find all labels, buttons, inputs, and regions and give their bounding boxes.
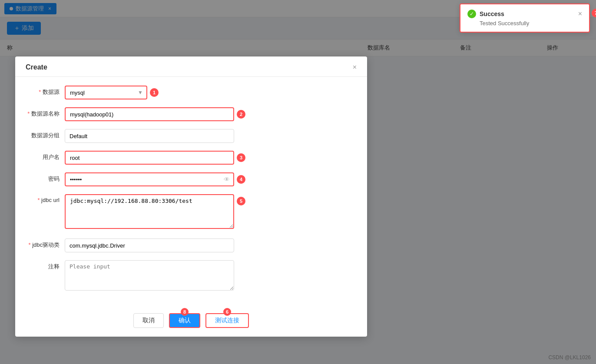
create-modal: Create × 数据源 mysql ▼ 1 数据源名称 2	[15, 56, 367, 337]
datasource-name-control: 2	[65, 107, 234, 121]
datasource-name-row: 数据源名称 2	[26, 107, 357, 121]
password-row: 密码 👁 4	[26, 172, 357, 186]
password-input[interactable]	[65, 172, 234, 186]
datasource-group-input[interactable]	[65, 129, 234, 143]
jdbc-driver-label: jdbc驱动类	[26, 238, 65, 249]
badge-3: 3	[237, 153, 245, 162]
jdbc-url-row: jdbc url jdbc:mysql://192.168.88.80:3306…	[26, 194, 357, 231]
test-btn-wrap: 6 测试连接	[205, 313, 249, 328]
success-toast: ✓ Success × Tested Successfully 7	[460, 3, 590, 33]
modal-footer: 取消 8 确认 6 测试连接	[15, 309, 367, 328]
cancel-button[interactable]: 取消	[133, 313, 164, 328]
notes-label: 注释	[26, 260, 65, 271]
success-icon: ✓	[467, 10, 476, 18]
username-input[interactable]	[65, 151, 234, 165]
notes-input[interactable]	[65, 260, 234, 291]
eye-icon[interactable]: 👁	[224, 176, 230, 183]
password-control: 👁 4	[65, 172, 234, 186]
username-control: 3	[65, 151, 234, 165]
modal-body: 数据源 mysql ▼ 1 数据源名称 2 数据源分组	[15, 77, 367, 309]
modal-title: Create	[26, 63, 47, 71]
password-wrapper: 👁 4	[65, 172, 234, 186]
test-connection-button[interactable]: 测试连接	[205, 313, 249, 328]
modal-close-button[interactable]: ×	[353, 63, 357, 71]
confirm-button[interactable]: 确认	[169, 313, 200, 328]
notes-control	[65, 260, 234, 292]
notes-row: 注释	[26, 260, 357, 292]
jdbc-driver-row: jdbc驱动类	[26, 238, 357, 252]
toast-title: Success	[480, 10, 504, 17]
badge-1: 1	[150, 88, 159, 97]
datasource-name-input[interactable]	[65, 107, 234, 121]
datasource-row: 数据源 mysql ▼ 1	[26, 86, 357, 99]
datasource-group-control	[65, 129, 234, 143]
datasource-label: 数据源	[26, 86, 65, 96]
jdbc-driver-control	[65, 238, 234, 252]
datasource-group-label: 数据源分组	[26, 129, 65, 139]
jdbc-url-control: jdbc:mysql://192.168.88.80:3306/test 5	[65, 194, 234, 231]
confirm-btn-wrap: 8 确认	[169, 313, 200, 328]
jdbc-url-input[interactable]: jdbc:mysql://192.168.88.80:3306/test	[65, 194, 234, 229]
datasource-name-label: 数据源名称	[26, 107, 65, 118]
jdbc-driver-input[interactable]	[65, 238, 234, 252]
username-label: 用户名	[26, 151, 65, 161]
datasource-select[interactable]: mysql	[65, 86, 147, 99]
username-row: 用户名 3	[26, 151, 357, 165]
toast-header: ✓ Success ×	[467, 10, 582, 18]
badge-2: 2	[237, 110, 245, 119]
toast-close-button[interactable]: ×	[578, 10, 582, 18]
datasource-control: mysql ▼ 1	[65, 86, 234, 99]
toast-body: Tested Successfully	[467, 20, 582, 26]
modal-header: Create ×	[15, 56, 367, 77]
datasource-select-wrapper: mysql ▼ 1	[65, 86, 147, 99]
jdbc-url-label: jdbc url	[26, 194, 65, 203]
badge-5: 5	[237, 197, 245, 205]
datasource-group-row: 数据源分组	[26, 129, 357, 143]
password-label: 密码	[26, 172, 65, 183]
badge-4: 4	[237, 175, 245, 184]
